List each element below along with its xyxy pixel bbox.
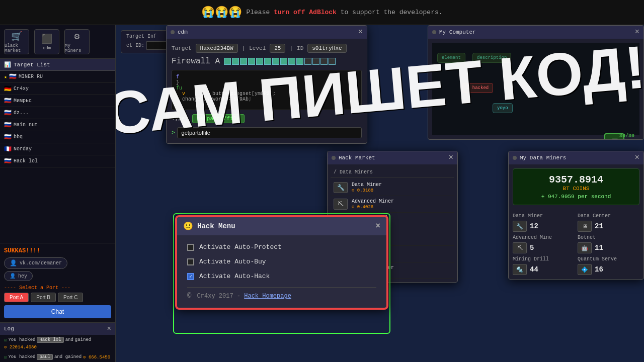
game-area: 🛒 Black Market ⬛ cdm ⚙ My Miners 📊 Targe… — [0, 25, 644, 362]
my-data-miners-window: My Data Miners × 9357.8914 BT COINS + 94… — [508, 151, 644, 280]
hacked-name-badge-2: paul — [37, 354, 53, 360]
my-miners-btn[interactable]: ⚙ My Miners — [64, 29, 90, 54]
node-yoyo: yoyo — [493, 103, 513, 113]
top-bar: 😭😭😭 Please turn off AdBlock to support t… — [0, 0, 644, 25]
autoprotect-checkbox[interactable] — [187, 244, 194, 251]
port-buttons: Port A Port B Port C — [4, 293, 111, 302]
fw-1 — [224, 58, 231, 65]
my-computer-close-button[interactable]: × — [634, 28, 639, 36]
hack-market-close-button[interactable]: × — [448, 154, 453, 162]
cdm-btn[interactable]: ⬛ cdm — [34, 29, 59, 54]
my-computer-window: My Computer × element description l hack… — [428, 25, 644, 140]
hack-menu-title: Hack Menu — [197, 222, 235, 230]
miner-stat-botnet: Botnet 🤖 11 — [578, 235, 639, 253]
market-item-data-miner[interactable]: 🔧 Data Miner ⊙ 0.0188 — [331, 179, 454, 196]
cdm-label: cdm — [43, 46, 51, 51]
target-mimrbs[interactable]: 🇷🇺Мимрьс — [0, 95, 115, 107]
target-miner-ru[interactable]: ★🇷🇺MINER RU — [0, 71, 115, 83]
data-miner-price: ⊙ 0.0188 — [352, 188, 451, 193]
chat-button[interactable]: Chat — [4, 305, 111, 318]
autohack-checkbox[interactable] — [187, 273, 194, 280]
window-dot — [171, 30, 175, 34]
black-market-btn[interactable]: 🛒 Black Market — [4, 29, 29, 54]
cart-icon: 🛒 — [11, 31, 22, 42]
cdm-id-label: ID — [297, 45, 303, 51]
advanced-miner-name: Advanced Miner — [352, 199, 451, 204]
window-dot-2 — [432, 30, 436, 34]
quantum-serve-stat-icon: 💠 — [578, 264, 592, 275]
copyright-symbol: © — [187, 292, 191, 300]
target-hack-lol[interactable]: 🇷🇺Hack lol — [0, 155, 115, 167]
my-data-miners-titlebar: My Data Miners × — [509, 151, 643, 164]
hack-menu-close-button[interactable]: × — [375, 222, 380, 230]
cdm-code-area: f } fu v butterpingset[ym0P2]; changepas… — [172, 70, 362, 110]
autobuy-checkbox[interactable] — [187, 258, 194, 265]
fw-7 — [272, 58, 279, 65]
hey-badge[interactable]: 👤 hey — [4, 271, 33, 281]
port-a-button[interactable]: Port A — [4, 293, 29, 302]
advanced-miner-price: ⊙ 0.4026 — [352, 204, 451, 210]
cdm-firewall-label: Firewall A — [172, 57, 220, 66]
my-computer-titlebar: My Computer × — [428, 26, 643, 39]
my-data-miners-close-button[interactable]: × — [634, 154, 639, 162]
data-miner-stat-label: Data Miner — [513, 213, 575, 219]
log-and-1: and — [65, 337, 73, 342]
mining-drill-stat-label: Mining Drill — [513, 256, 575, 262]
target-main-nut[interactable]: 🇷🇺Main nut — [0, 119, 115, 131]
cdm-target-value: Haxed234BW — [196, 44, 238, 53]
hack-homepage-link[interactable]: Hack Homepage — [244, 293, 291, 300]
top-bar-text: Please turn off AdBlock to support the d… — [246, 9, 442, 16]
btc-amount-2: ⊙ 666.5450 — [83, 354, 110, 360]
emoji-icons: 😭😭😭 — [201, 6, 242, 19]
port-select-label: ---- Select a Port --- — [4, 285, 111, 291]
target-list-header: 📊 Target List — [0, 59, 115, 71]
fw-8 — [280, 58, 287, 65]
target-cr4xy[interactable]: 🇩🇪Cr4xy — [0, 83, 115, 95]
balance-currency: BT COINS — [518, 186, 634, 192]
cdm-command-input[interactable] — [177, 127, 362, 138]
cdm-window: cdm × Target Haxed234BW | Level 25 | ID … — [166, 25, 367, 144]
advanced-mine-stat-count: 5 — [530, 244, 534, 252]
my-data-miners-title: My Data Miners — [520, 155, 566, 161]
code-line-3: fu — [176, 85, 357, 91]
log-close-button[interactable]: × — [107, 325, 111, 333]
cdm-id-sep: | — [289, 45, 293, 51]
hack-menu-item-autohack[interactable]: Activate Auto-Hack — [187, 273, 376, 280]
target-4[interactable]: 🇷🇺dz... — [0, 107, 115, 119]
data-miner-icon: 🔧 — [334, 182, 348, 193]
target-id-label: et ID: — [126, 43, 144, 48]
user-link[interactable]: 👤 vk.com/demaner — [4, 257, 67, 269]
advanced-mine-stat-icon: ⛏ — [513, 242, 527, 253]
port-b-button[interactable]: Port B — [31, 293, 56, 302]
hack-menu-footer: © Cr4xy 2017 - Hack Homepage — [187, 287, 376, 300]
per-second-text: + 947.9059 per second — [518, 194, 634, 200]
black-market-label: Black Market — [5, 43, 29, 53]
hack-menu-item-autoprotect[interactable]: Activate Auto-Protect — [187, 243, 376, 251]
user-section: SUKKAS!!!! 👤 vk.com/demaner 👤 hey ---- S… — [0, 243, 115, 322]
firewall-bar — [224, 58, 336, 65]
mining-drill-stat-row: 🔩 44 — [513, 264, 575, 275]
fw-13 — [320, 58, 328, 65]
target-bbq[interactable]: 🇷🇺bbq — [0, 131, 115, 143]
port-c-button[interactable]: Port C — [58, 293, 83, 302]
target-norday[interactable]: 🇫🇷Norday — [0, 143, 115, 155]
hack-menu-item-autobuy[interactable]: Activate Auto-Buy — [187, 258, 376, 265]
market-item-advanced-miner[interactable]: ⛏ Advanced Miner ⊙ 0.4026 — [331, 196, 454, 213]
log-panel: Log × ☑ You hacked Hack lol and gained ⊙… — [0, 322, 115, 362]
btc-amount-1: ⊙ 22014.4080 — [4, 344, 37, 350]
cdm-type-label: Type: — [172, 116, 188, 122]
cdm-type-row: Type: getpartoffile — [172, 114, 362, 123]
target-list-panel: 📊 Target List ★🇷🇺MINER RU 🇩🇪Cr4xy 🇷🇺Мимр… — [0, 59, 115, 243]
fw-3 — [240, 58, 247, 65]
botnet-stat-count: 11 — [595, 244, 603, 252]
check-icon-1: ☑ — [4, 337, 7, 343]
node-description: description — [472, 53, 511, 63]
fw-11 — [304, 58, 311, 65]
my-computer-body: element description l hacked yoyo 🖥 30/3… — [428, 39, 643, 139]
balance-amount: 9357.8914 — [518, 174, 634, 186]
botnet-stat-icon: 🤖 — [578, 242, 592, 253]
main-content: САМ ПИШЕТ КОД! Target Inf et ID: Go cdm … — [116, 25, 644, 362]
smiley-icon: 🙂 — [183, 221, 193, 231]
cdm-close-button[interactable]: × — [358, 28, 363, 36]
code-line-2: } — [176, 80, 357, 85]
